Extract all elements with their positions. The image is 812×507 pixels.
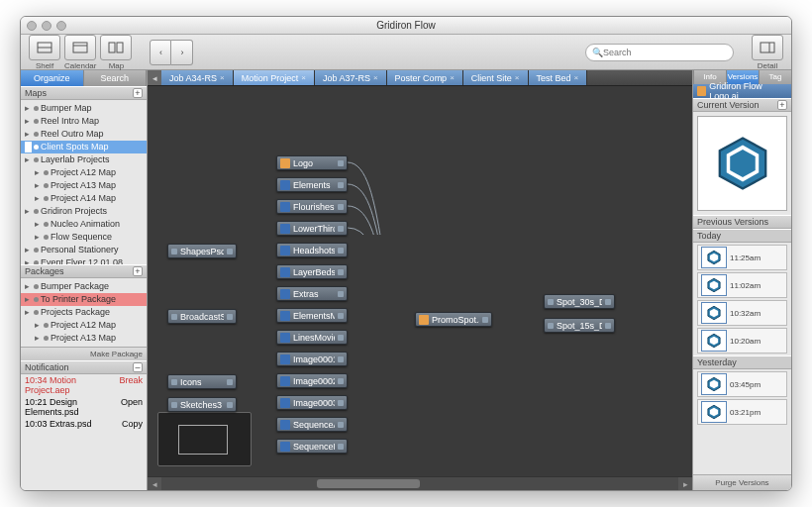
notification-list: 10:34 Motion Project.aepBreak10:21 Desig… bbox=[21, 374, 147, 430]
map-item[interactable]: ▸Reel Intro Map bbox=[21, 115, 147, 128]
output-node[interactable]: Spot_30s_D1 bbox=[544, 294, 615, 309]
scroll-thumb[interactable] bbox=[317, 479, 420, 488]
group-node[interactable]: Sketches3 bbox=[167, 397, 237, 412]
notif-expand-button[interactable]: – bbox=[133, 362, 143, 372]
notification-row[interactable]: 10:03 Extras.psdCopy bbox=[21, 418, 147, 430]
packages-header: Packages + bbox=[21, 264, 147, 278]
close-icon[interactable]: × bbox=[220, 70, 225, 86]
current-version-header: Current Version + bbox=[693, 98, 791, 112]
version-row[interactable]: 11:02am bbox=[697, 272, 787, 298]
notification-row[interactable]: 10:34 Motion Project.aepBreak bbox=[21, 374, 147, 396]
map-item[interactable]: ▸Layerlab Projects bbox=[21, 153, 147, 166]
asset-node[interactable]: SequenceA bbox=[276, 417, 348, 432]
package-item[interactable]: ▸To Printer Package bbox=[21, 293, 147, 306]
nav-fwd-button[interactable]: › bbox=[171, 40, 193, 65]
yesterday-header: Yesterday bbox=[693, 355, 791, 369]
calendar-button[interactable] bbox=[64, 35, 96, 60]
asset-node[interactable]: LowerThirds bbox=[276, 221, 348, 236]
add-package-button[interactable]: + bbox=[133, 266, 143, 276]
map-button[interactable] bbox=[100, 35, 132, 60]
node-canvas[interactable]: ShapesPsdv32BroadcastSlidesIconsSketches… bbox=[148, 86, 692, 476]
version-row[interactable]: 10:20am bbox=[697, 328, 787, 354]
map-item[interactable]: ▸Gridiron Projects bbox=[21, 205, 147, 218]
doc-tab[interactable]: Job A34-RS× bbox=[161, 70, 234, 85]
map-item[interactable]: ▸Personal Stationery bbox=[21, 244, 147, 256]
asset-node[interactable]: SequenceB bbox=[276, 439, 348, 454]
map-item[interactable]: ▸Bumper Map bbox=[21, 102, 147, 115]
map-item[interactable]: ▸Nucleo Animation bbox=[21, 218, 147, 231]
asset-node[interactable]: Flourishes bbox=[276, 199, 348, 214]
current-version-preview[interactable] bbox=[697, 116, 787, 211]
notification-row[interactable]: 10:21 Design Elements.psdOpen bbox=[21, 396, 147, 418]
map-item[interactable]: ▸Flow Sequence bbox=[21, 231, 147, 244]
asset-node[interactable]: Logo bbox=[276, 155, 348, 170]
nav-back-button[interactable]: ‹ bbox=[150, 40, 171, 65]
tabs-scroll-left[interactable]: ◂ bbox=[148, 70, 161, 85]
tab-organize[interactable]: Organize bbox=[21, 70, 84, 86]
close-icon[interactable]: × bbox=[373, 70, 378, 86]
add-map-button[interactable]: + bbox=[133, 88, 143, 98]
detail-button[interactable] bbox=[752, 35, 783, 60]
window-title: Gridiron Flow bbox=[21, 20, 791, 31]
make-package-button[interactable]: Make Package bbox=[21, 347, 147, 360]
version-thumb bbox=[701, 373, 727, 395]
file-type-icon bbox=[280, 267, 290, 277]
doc-tab[interactable]: Motion Project× bbox=[234, 70, 315, 85]
package-item[interactable]: ▸Projects Package bbox=[21, 306, 147, 319]
asset-node[interactable]: Image0002 bbox=[276, 373, 348, 388]
version-row[interactable]: 11:25am bbox=[697, 245, 787, 270]
asset-node[interactable]: ElementsMovie bbox=[276, 308, 348, 323]
version-row[interactable]: 03:45pm bbox=[697, 371, 787, 397]
map-item[interactable]: ▸Client Spots Map bbox=[21, 141, 147, 153]
packages-tree[interactable]: ▸Bumper Package▸To Printer Package▸Proje… bbox=[21, 278, 147, 347]
doc-tab[interactable]: Client Site× bbox=[463, 70, 529, 85]
svg-rect-6 bbox=[761, 43, 774, 52]
package-item[interactable]: ▸Project A13 Map bbox=[21, 332, 147, 345]
package-item[interactable]: ▸Bumper Package bbox=[21, 280, 147, 293]
shelf-button[interactable] bbox=[29, 35, 60, 60]
version-thumb bbox=[701, 247, 727, 268]
map-item[interactable]: ▸Project A12 Map bbox=[21, 166, 147, 179]
output-node[interactable]: Spot_15s_D1 bbox=[544, 318, 615, 333]
version-row[interactable]: 03:21pm bbox=[697, 399, 787, 425]
purge-versions-button[interactable]: Purge Versions bbox=[693, 474, 791, 490]
close-icon[interactable]: × bbox=[515, 70, 520, 86]
add-version-button[interactable]: + bbox=[777, 100, 787, 110]
asset-node[interactable]: LayerBeds bbox=[276, 264, 348, 279]
search-input[interactable] bbox=[603, 48, 727, 57]
asset-node[interactable]: Headshots bbox=[276, 243, 348, 257]
scroll-right-arrow[interactable]: ▸ bbox=[678, 477, 692, 490]
version-thumb bbox=[701, 401, 727, 423]
canvas-h-scrollbar[interactable]: ◂ ▸ bbox=[148, 476, 692, 490]
asset-node[interactable]: Elements bbox=[276, 177, 348, 192]
file-type-icon bbox=[280, 420, 290, 430]
asset-node[interactable]: Image0003 bbox=[276, 395, 348, 410]
group-node[interactable]: Icons bbox=[167, 374, 237, 389]
version-thumb bbox=[701, 302, 727, 324]
asset-node[interactable]: LinesMovie bbox=[276, 330, 348, 345]
tab-search[interactable]: Search bbox=[84, 70, 148, 86]
close-icon[interactable]: × bbox=[450, 70, 455, 86]
search-field[interactable]: 🔍 bbox=[585, 44, 734, 61]
map-item[interactable]: ▸Event Flyer 12.01.08 bbox=[21, 256, 147, 264]
map-item[interactable]: ▸Project A13 Map bbox=[21, 179, 147, 192]
asset-node[interactable]: Extras bbox=[276, 286, 348, 301]
minimap[interactable] bbox=[157, 412, 252, 466]
group-node[interactable]: BroadcastSlides bbox=[167, 309, 237, 324]
group-node[interactable]: ShapesPsdv32 bbox=[167, 244, 237, 258]
close-icon[interactable]: × bbox=[574, 70, 579, 86]
maps-tree[interactable]: ▸Bumper Map▸Reel Intro Map▸Reel Outro Ma… bbox=[21, 100, 147, 264]
file-type-icon bbox=[280, 376, 290, 386]
map-item[interactable]: ▸Reel Outro Map bbox=[21, 128, 147, 141]
doc-tab[interactable]: Job A37-RS× bbox=[315, 70, 387, 85]
comp-node[interactable]: PromoSpot.aep bbox=[415, 312, 492, 327]
version-row[interactable]: 10:32am bbox=[697, 300, 787, 326]
doc-tab[interactable]: Poster Comp× bbox=[387, 70, 463, 85]
close-icon[interactable]: × bbox=[301, 70, 306, 86]
scroll-left-arrow[interactable]: ◂ bbox=[148, 477, 161, 490]
doc-tab[interactable]: Test Bed× bbox=[529, 70, 588, 85]
map-item[interactable]: ▸Project A14 Map bbox=[21, 192, 147, 205]
today-header: Today bbox=[693, 229, 791, 243]
package-item[interactable]: ▸Project A12 Map bbox=[21, 319, 147, 332]
asset-node[interactable]: Image0001 bbox=[276, 352, 348, 366]
